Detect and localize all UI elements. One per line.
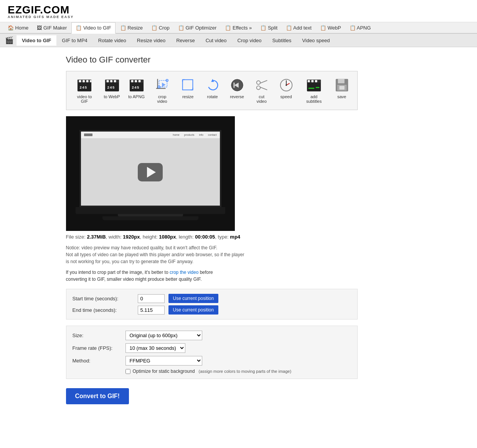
subtitles-icon — [306, 77, 322, 93]
svg-rect-50 — [308, 80, 310, 82]
sub-nav-subtitles[interactable]: Subtitles — [267, 35, 297, 46]
length-label: , length: — [176, 234, 195, 240]
sub-nav-gif-to-mp4[interactable]: GIF to MP4 — [56, 35, 92, 46]
file-length: 00:00:05 — [195, 234, 215, 240]
nav-effects[interactable]: 📋 Effects » — [221, 23, 256, 33]
file-size-label: File size: — [66, 234, 87, 240]
tool-label: video to GIF — [73, 94, 96, 104]
method-row: Method: FFMPEG ImageMagick — [73, 356, 351, 366]
video-player[interactable]: home products info contact — [66, 116, 235, 231]
tool-resize[interactable]: resize — [177, 75, 200, 101]
svg-rect-3 — [83, 80, 85, 82]
logo-sub: ANIMATED GIFS MADE EASY — [8, 15, 469, 19]
tool-reverse[interactable]: reverse — [226, 75, 249, 101]
tool-label: crop video — [153, 94, 172, 104]
nav-home[interactable]: 🏠 Home — [4, 23, 32, 33]
sub-nav-video-to-gif[interactable]: Video to GIF — [17, 35, 56, 46]
sub-nav-cut-video[interactable]: Cut video — [200, 35, 232, 46]
svg-line-42 — [260, 81, 267, 84]
convert-btn[interactable]: Convert to GIF! — [66, 388, 129, 404]
svg-rect-2 — [79, 80, 81, 82]
screen-nav-link: products — [184, 133, 195, 136]
svg-rect-11 — [106, 80, 109, 82]
svg-line-43 — [260, 87, 267, 90]
height-label: , height: — [140, 234, 159, 240]
use-current-start-btn[interactable]: Use current position — [168, 294, 219, 303]
nav-gif-optimizer[interactable]: 📋 GIF Optimizer — [174, 23, 221, 33]
svg-text:4: 4 — [134, 85, 137, 89]
play-arrow-icon — [147, 167, 156, 178]
settings-section: Size: Original (up to 600px) 320px 480px… — [66, 326, 358, 379]
nav-video-to-gif[interactable]: 📋 Video to GIF — [71, 22, 115, 34]
clapboard-gif-icon: 2 4 5 — [77, 77, 92, 93]
svg-text:4: 4 — [82, 85, 84, 89]
tool-save[interactable]: save — [330, 75, 353, 101]
laptop-base — [102, 216, 198, 220]
svg-rect-4 — [86, 80, 89, 82]
timing-section: Start time (seconds): Use current positi… — [66, 289, 358, 320]
fps-select[interactable]: 10 (max 30 seconds) 15 20 25 30 — [125, 343, 185, 353]
scissors-icon — [254, 77, 269, 93]
logo: EZGIF.COM ANIMATED GIFS MADE EASY — [8, 5, 469, 19]
screen-logo — [84, 133, 92, 136]
nav-gif-maker[interactable]: 🖼 GIF Maker — [33, 23, 71, 33]
svg-rect-52 — [315, 80, 317, 82]
type-label: , type: — [215, 234, 230, 240]
size-select[interactable]: Original (up to 600px) 320px 480px 640px — [125, 331, 202, 340]
crop-notice-2: before — [198, 270, 213, 275]
optimize-checkbox[interactable] — [125, 369, 130, 374]
tool-label: rotate — [207, 94, 218, 99]
end-time-input[interactable] — [138, 306, 165, 315]
svg-text:5: 5 — [112, 85, 115, 89]
fps-label: Frame rate (FPS): — [73, 345, 122, 351]
file-width: 1920px — [123, 234, 140, 240]
sub-nav-reverse[interactable]: Reverse — [171, 35, 200, 46]
nav-apng[interactable]: 📋 APNG — [346, 23, 375, 33]
tool-label: cut video — [253, 94, 270, 104]
clapboard-webp-icon: 2 4 5 — [104, 77, 120, 93]
start-time-input[interactable] — [138, 294, 165, 303]
tool-label: save — [337, 94, 346, 99]
sub-nav-video-speed[interactable]: Video speed — [297, 35, 335, 46]
crop-video-link[interactable]: crop the video — [170, 270, 198, 275]
crop-notice-1: If you intend to crop part of the image,… — [66, 270, 170, 275]
screen-nav-link: contact — [208, 133, 217, 136]
method-select[interactable]: FFMPEG ImageMagick — [125, 356, 202, 366]
tool-cut-video[interactable]: cut video — [250, 75, 273, 106]
resize-icon — [180, 77, 196, 93]
nav-webp[interactable]: 📋 WebP — [316, 23, 345, 33]
svg-text:2: 2 — [80, 85, 82, 89]
svg-rect-5 — [90, 80, 91, 82]
svg-point-47 — [286, 84, 287, 86]
file-info: File size: 2.37MiB, width: 1920px, heigh… — [66, 234, 411, 240]
tool-add-subtitles[interactable]: add subtitles — [299, 75, 329, 106]
sub-nav-crop-video[interactable]: Crop video — [232, 35, 267, 46]
nav-add-text[interactable]: 📋 Add text — [282, 23, 315, 33]
use-current-end-btn[interactable]: Use current position — [168, 305, 219, 315]
main-content: Video to GIF converter 2 4 5 video to GI… — [54, 47, 423, 412]
tool-to-webp[interactable]: 2 4 5 to WebP — [101, 75, 124, 101]
sub-nav-resize-video[interactable]: Resize video — [132, 35, 171, 46]
tool-rotate[interactable]: rotate — [201, 75, 224, 101]
tool-speed[interactable]: speed — [275, 75, 298, 101]
svg-rect-19 — [131, 80, 133, 82]
crop-notice-3: converting it to GIF, smaller video migh… — [66, 277, 202, 282]
file-type: mp4 — [230, 234, 240, 240]
sub-nav-rotate-video[interactable]: Rotate video — [93, 35, 132, 46]
nav-resize[interactable]: 📋 Resize — [116, 23, 147, 33]
svg-rect-58 — [339, 86, 344, 90]
tool-video-to-gif[interactable]: 2 4 5 video to GIF — [70, 75, 99, 106]
nav-split[interactable]: 📋 Split — [256, 23, 281, 33]
header: EZGIF.COM ANIMATED GIFS MADE EASY — [0, 0, 477, 22]
optimize-row: Optimize for static background (assign m… — [73, 369, 351, 374]
tool-to-apng[interactable]: 2 4 5 to APNG — [125, 75, 148, 101]
tool-crop-video[interactable]: crop video — [150, 75, 175, 106]
optimize-note: (assign more colors to moving parts of t… — [199, 369, 292, 374]
notice-line2: Not all types of video can be played wit… — [66, 251, 411, 258]
bottom-bar — [66, 220, 235, 231]
speed-icon — [279, 77, 294, 93]
size-row: Size: Original (up to 600px) 320px 480px… — [73, 331, 351, 340]
play-button[interactable] — [138, 163, 163, 181]
tool-label: to WebP — [104, 94, 120, 99]
nav-crop[interactable]: 📋 Crop — [147, 23, 173, 33]
